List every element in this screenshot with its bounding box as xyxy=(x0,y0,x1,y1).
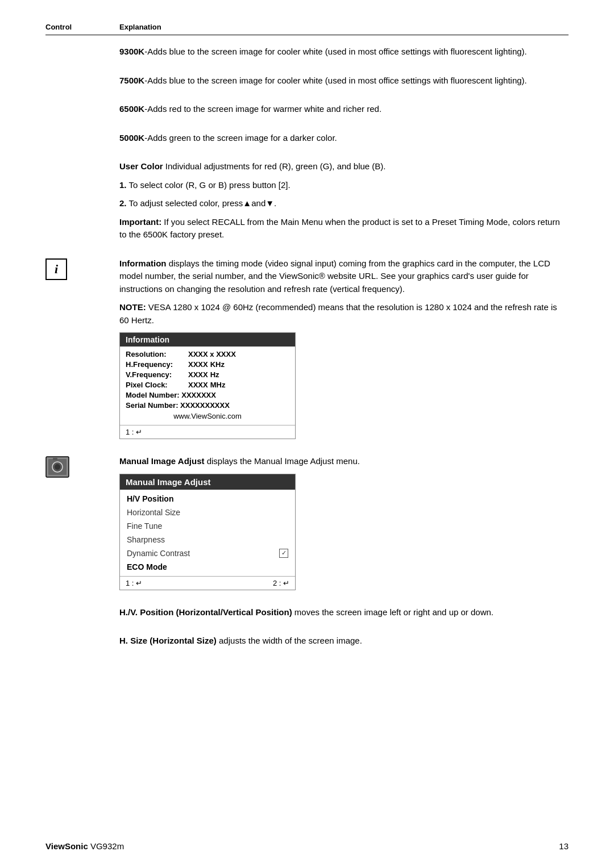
vfreq-unit: Hz xyxy=(210,370,219,379)
page-footer: ViewSonic VG932m 13 xyxy=(45,841,569,851)
mia-item-label: Horizontal Size xyxy=(127,508,180,517)
section-6500k: 6500K-Adds red to the screen image for w… xyxy=(45,103,569,122)
section-user-color: User Color Individual adjustments for re… xyxy=(45,160,569,247)
information-box: Information Resolution: XXXX x XXXX H.Fr… xyxy=(119,332,296,439)
mia-item-finetune: Fine Tune xyxy=(120,519,295,533)
pixclock-label: Pixel Clock: xyxy=(126,381,188,389)
mia-footer: 1 : ↵ 2 : ↵ xyxy=(120,576,295,590)
svg-point-3 xyxy=(55,464,60,470)
resolution-row: Resolution: XXXX x XXXX xyxy=(126,350,289,358)
mia-body: H/V Position Horizontal Size Fine Tune S… xyxy=(120,490,295,576)
hfreq-row: H.Frequency: XXXX KHz xyxy=(126,360,289,369)
mia-item-label: Fine Tune xyxy=(127,521,162,531)
info-nav: 1 : ↵ xyxy=(126,428,142,436)
table-header: Control Explanation xyxy=(45,23,569,35)
icon-col-6500k xyxy=(45,103,119,104)
footer-brand-model: ViewSonic VG932m xyxy=(45,841,124,851)
section-9300k: 9300K-Adds blue to the screen image for … xyxy=(45,45,569,64)
model-value: XXXXXXX xyxy=(181,391,216,399)
icon-col-5000k xyxy=(45,132,119,133)
icon-col-information: i xyxy=(45,257,119,280)
mia-item-horizontalsize: Horizontal Size xyxy=(120,506,295,519)
resolution-label: Resolution: xyxy=(126,350,188,358)
section-7500k: 7500K-Adds blue to the screen image for … xyxy=(45,74,569,93)
camera-icon xyxy=(45,456,69,478)
text-6500k: 6500K-Adds red to the screen image for w… xyxy=(119,103,569,122)
info-footer: 1 : ↵ xyxy=(120,425,295,439)
header-explanation: Explanation xyxy=(119,23,161,31)
text-5000k: 5000K-Adds green to the screen image for… xyxy=(119,132,569,151)
icon-col-user-color xyxy=(45,160,119,161)
info-box-title: Information xyxy=(120,333,295,347)
hfreq-value: XXXX xyxy=(188,360,208,369)
text-hv-position: H./V. Position (Horizontal/Vertical Posi… xyxy=(119,606,569,625)
icon-col-mia xyxy=(45,455,119,478)
section-information: i Information displays the timing mode (… xyxy=(45,257,569,445)
vfreq-row: V.Frequency: XXXX Hz xyxy=(126,370,289,379)
page: Control Explanation 9300K-Adds blue to t… xyxy=(0,0,614,868)
mia-nav-left: 1 : ↵ xyxy=(126,579,142,587)
pixclock-unit: MHz xyxy=(210,381,226,389)
resolution-value: XXXX x XXXX xyxy=(188,350,236,358)
header-control: Control xyxy=(45,23,119,31)
website: www.ViewSonic.com xyxy=(126,412,289,420)
information-icon: i xyxy=(45,258,67,280)
icon-col-hsize xyxy=(45,635,119,636)
mia-box: Manual Image Adjust H/V Position Horizon… xyxy=(119,474,296,590)
icon-col-hv xyxy=(45,606,119,607)
mia-item-sharpness: Sharpness xyxy=(120,533,295,546)
model-row: Model Number: XXXXXXX xyxy=(126,391,289,399)
hfreq-unit: KHz xyxy=(210,360,225,369)
section-h-size: H. Size (Horizontal Size) adjusts the wi… xyxy=(45,635,569,653)
serial-value: XXXXXXXXXX xyxy=(180,401,230,410)
mia-item-label: Sharpness xyxy=(127,535,165,544)
mia-title: Manual Image Adjust xyxy=(120,474,295,490)
text-information: Information displays the timing mode (vi… xyxy=(119,257,569,445)
pixclock-value: XXXX xyxy=(188,381,208,389)
dynamic-contrast-checkbox: ✓ xyxy=(279,549,288,558)
text-h-size: H. Size (Horizontal Size) adjusts the wi… xyxy=(119,635,569,653)
mia-item-dynamiccontrast: Dynamic Contrast ✓ xyxy=(120,546,295,560)
vfreq-label: V.Frequency: xyxy=(126,370,188,379)
mia-item-ecomode: ECO Mode xyxy=(120,560,295,574)
section-5000k: 5000K-Adds green to the screen image for… xyxy=(45,132,569,151)
mia-item-label: Dynamic Contrast xyxy=(127,549,190,558)
section-manual-image-adjust: Manual Image Adjust displays the Manual … xyxy=(45,455,569,596)
model-label: Model Number: xyxy=(126,391,180,399)
mia-item-hvposition: H/V Position xyxy=(120,492,295,506)
text-user-color: User Color Individual adjustments for re… xyxy=(119,160,569,247)
footer-model: VG932m xyxy=(90,841,124,851)
info-box-body: Resolution: XXXX x XXXX H.Frequency: XXX… xyxy=(120,347,295,425)
mia-nav-right: 2 : ↵ xyxy=(273,579,289,587)
pixclock-row: Pixel Clock: XXXX MHz xyxy=(126,381,289,389)
text-7500k: 7500K-Adds blue to the screen image for … xyxy=(119,74,569,93)
serial-label: Serial Number: xyxy=(126,401,178,410)
mia-item-label: H/V Position xyxy=(127,494,173,503)
serial-row: Serial Number: XXXXXXXXXX xyxy=(126,401,289,410)
section-hv-position: H./V. Position (Horizontal/Vertical Posi… xyxy=(45,606,569,625)
hfreq-label: H.Frequency: xyxy=(126,360,188,369)
text-mia: Manual Image Adjust displays the Manual … xyxy=(119,455,569,596)
icon-col-7500k xyxy=(45,74,119,76)
vfreq-value: XXXX xyxy=(188,370,208,379)
footer-page: 13 xyxy=(559,841,569,851)
text-9300k: 9300K-Adds blue to the screen image for … xyxy=(119,45,569,64)
icon-col-9300k xyxy=(45,45,119,47)
footer-brand: ViewSonic xyxy=(45,841,88,851)
svg-rect-4 xyxy=(53,458,57,460)
mia-item-label: ECO Mode xyxy=(127,562,167,571)
